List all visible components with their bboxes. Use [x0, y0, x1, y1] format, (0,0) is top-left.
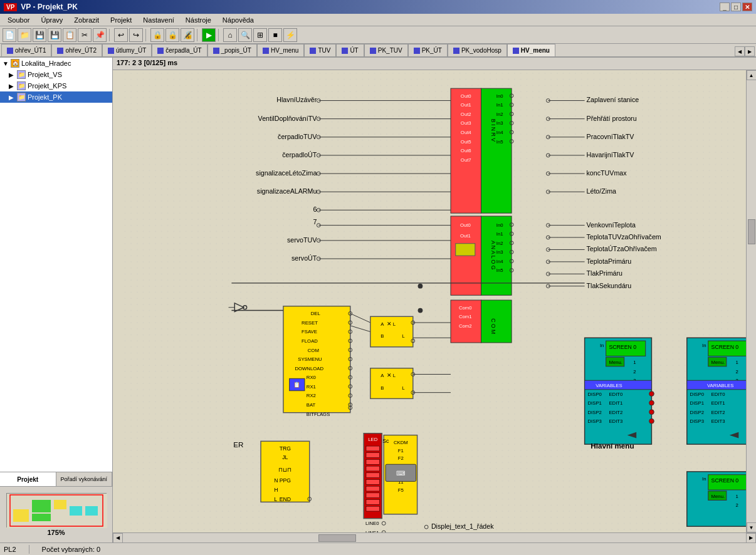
tab-popis-ut[interactable]: _popis_ÚT	[207, 44, 257, 56]
tree-projekt-vs[interactable]: ▶ 📁 Projekt_VS	[0, 69, 112, 80]
trg-label: TRG	[280, 445, 291, 452]
zoom-button[interactable]: ⊞	[253, 28, 267, 42]
shift1-b: B	[381, 333, 384, 339]
binrv-out0: Out0	[461, 93, 471, 99]
menu-zobrazit[interactable]: Zobrazit	[69, 15, 104, 25]
h-scroll-thumb[interactable]	[318, 534, 356, 542]
rx2-label: RX2	[307, 393, 316, 398]
menu-soubor[interactable]: Soubor	[3, 15, 34, 25]
signal-venkovni: VenkovníTeplota	[587, 221, 636, 229]
ckdm-sc: Sc	[382, 438, 389, 444]
stop-button[interactable]: ■	[268, 28, 282, 42]
hauptmenu-label: Hlavní menu	[591, 442, 634, 450]
tab-projekt[interactable]: Projekt	[0, 472, 56, 486]
maximize-button[interactable]: □	[731, 3, 741, 11]
new-button[interactable]: 📄	[3, 28, 16, 42]
close-button[interactable]: ✕	[742, 3, 752, 11]
signal-letozima2: Léto/Zima	[587, 187, 617, 195]
scroll-up-button[interactable]: ▲	[747, 70, 757, 80]
tree-toggle-lokalita[interactable]: ▼	[3, 60, 9, 67]
tree-toggle-pk[interactable]: ▶	[9, 94, 15, 101]
analog-in3: In3	[496, 249, 503, 255]
status-count: Počet vybraných: 0	[42, 546, 101, 553]
tab-utlumy-ut[interactable]: útlumy_ÚT	[102, 44, 152, 56]
shift1-x: ✕	[387, 321, 392, 327]
save-all-button[interactable]: 💾	[48, 28, 61, 42]
cut-button[interactable]: ✂	[78, 28, 92, 42]
bottom-tabs: Projekt Pořadí vykonávání	[0, 472, 112, 486]
save-button[interactable]: 💾	[33, 28, 46, 42]
binrv-out7: Out7	[461, 157, 471, 163]
tab-cerpadla-ut[interactable]: čerpadla_ÚT	[152, 44, 207, 56]
window-title: VP - Projekt_PK	[21, 3, 77, 11]
screen2-edit1: EDIT1	[711, 400, 725, 406]
signal-tlaksek: TlakSekundáru	[587, 282, 632, 289]
home-button[interactable]: ⌂	[223, 28, 237, 42]
tab-scroll-right[interactable]: ▶	[745, 46, 755, 56]
tab-tuv[interactable]: TUV	[304, 44, 336, 56]
tree-projekt-pk[interactable]: ▶ 📁 Projekt_PK	[0, 91, 112, 103]
signal-zaplaveni: Zaplavení stanice	[587, 96, 639, 103]
tab-ut[interactable]: ÚT	[336, 44, 364, 56]
scroll-down-button[interactable]: ▼	[747, 522, 757, 532]
menu-napoveda[interactable]: Nápověda	[218, 15, 259, 25]
analog-in2: In2	[496, 241, 503, 246]
signal-7: 7	[313, 218, 317, 226]
tab-ohrev-ut1[interactable]: ohřev_ÚT1	[1, 44, 51, 56]
binrv-in0: In0	[496, 93, 503, 99]
end-label: END	[280, 496, 291, 502]
lock3-button[interactable]: 🔏	[181, 28, 194, 42]
screen3-menu-label: Menu.	[711, 494, 725, 499]
ppg-label: PPG	[280, 477, 291, 484]
tabbar: ohřev_ÚT1 ohřev_ÚT2 útlumy_ÚT čerpadla_Ú…	[0, 44, 756, 58]
svg-point-40	[649, 410, 654, 415]
menu-nastaveni[interactable]: Nastavení	[138, 15, 179, 25]
scroll-left-button[interactable]: ◀	[113, 533, 123, 543]
tab-ohrev-ut2[interactable]: ohřev_ÚT2	[51, 44, 102, 56]
toolbar: 📄 📁 💾 💾 📋 ✂ 📌 ↩ ↪ 🔒 🔒 🔏 ▶ ⌂ 🔍 ⊞ ■ ⚡	[0, 26, 756, 44]
analog-icon	[456, 244, 475, 256]
lock-button[interactable]: 🔒	[150, 28, 164, 42]
open-button[interactable]: 📁	[18, 28, 31, 42]
run-button[interactable]: ▶	[202, 28, 216, 42]
tab-poradi[interactable]: Pořadí vykonávání	[56, 472, 113, 486]
paste-button[interactable]: 📌	[93, 28, 107, 42]
zoom-label: 175%	[47, 529, 65, 536]
screen2-in: In	[702, 343, 706, 348]
junction1	[418, 284, 423, 289]
tab-pk-ut[interactable]: PK_ÚT	[408, 44, 448, 56]
tree-lokalita[interactable]: ▼ 🏠 Lokalita_Hradec	[0, 58, 112, 69]
tree-panel: ▼ 🏠 Lokalita_Hradec ▶ 📁 Projekt_VS ▶ 📁 P…	[0, 58, 112, 472]
redo-button[interactable]: ↪	[129, 28, 143, 42]
menu-projekt[interactable]: Projekt	[105, 15, 137, 25]
tab-hv-menu2[interactable]: HV_menu	[507, 44, 555, 56]
v-scroll-thumb[interactable]	[748, 219, 755, 244]
minimize-button[interactable]: _	[720, 3, 730, 11]
bat-label: BAT	[307, 402, 316, 408]
binrv-in5: In5	[496, 139, 503, 145]
tab-pk-vodohosp[interactable]: PK_vodoHosp	[448, 44, 507, 56]
sidebar: ▼ 🏠 Lokalita_Hradec ▶ 📁 Projekt_VS ▶ 📁 P…	[0, 58, 113, 542]
info-button[interactable]: ⚡	[283, 28, 297, 42]
scroll-right-button[interactable]: ▶	[746, 533, 756, 543]
menu-nastroje[interactable]: Nástroje	[181, 15, 216, 25]
menu-upravy[interactable]: Úpravy	[36, 15, 68, 25]
diagram-canvas[interactable]: HlavníUzávěr VentilDoplňováníTV čerpadlo…	[113, 70, 746, 532]
tree-projekt-kps[interactable]: ▶ 📁 Projekt_KPS	[0, 80, 112, 91]
window-controls: _ □ ✕	[720, 3, 752, 11]
tab-pk-tuv[interactable]: PK_TUV	[364, 44, 408, 56]
search-button[interactable]: 🔍	[238, 28, 252, 42]
signal-teplotaturv: TeplotaTUVzaOhřívačem	[587, 233, 661, 241]
tab-scroll-left[interactable]: ◀	[735, 46, 745, 56]
copy-button[interactable]: 📋	[63, 28, 76, 42]
screen1-edit2: EDIT2	[609, 410, 622, 415]
tab-hv-menu1[interactable]: HV_menu	[257, 44, 304, 56]
screen1-vars-label: VARIABLES	[596, 383, 622, 388]
canvas-header: 177: 2 3 [0/125] ms	[113, 58, 756, 70]
tree-toggle-kps[interactable]: ▶	[9, 83, 15, 90]
mini-preview: 175%	[0, 486, 112, 542]
tree-toggle-vs[interactable]: ▶	[9, 71, 15, 78]
undo-button[interactable]: ↩	[114, 28, 128, 42]
canvas-header-text: 177: 2 3 [0/125] ms	[117, 59, 177, 66]
lock2-button[interactable]: 🔒	[165, 28, 179, 42]
